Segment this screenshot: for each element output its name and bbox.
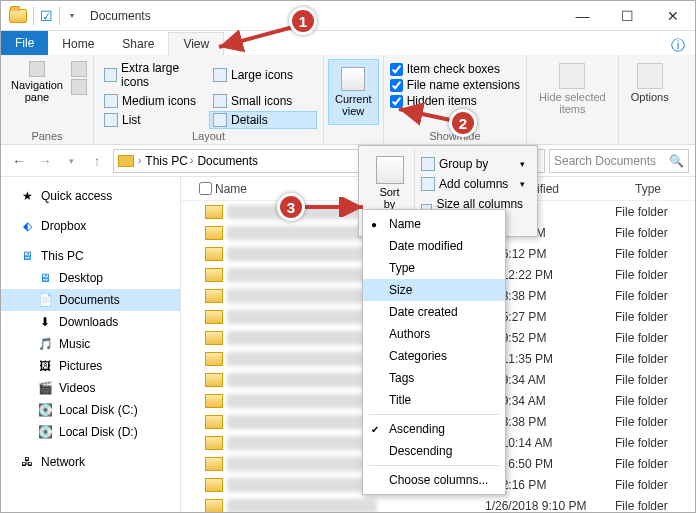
group-by-item[interactable]: Group by▾ [417, 154, 529, 174]
checkbox[interactable] [390, 63, 403, 76]
file-name-blurred [227, 394, 377, 408]
title-bar: ☑ ▾ Documents — ☐ ✕ [1, 1, 695, 31]
layout-list[interactable]: List [100, 111, 208, 129]
ribbon-group-panes: Navigation pane Panes [1, 55, 94, 144]
folder-icon [205, 331, 223, 345]
folder-icon [205, 247, 223, 261]
sort-choose-columns[interactable]: Choose columns... [363, 469, 505, 491]
current-view-icon [341, 67, 365, 91]
sidebar-quick-access[interactable]: ★Quick access [1, 185, 180, 207]
sidebar-downloads[interactable]: ⬇Downloads [1, 311, 180, 333]
nav-arrows: ← → ▾ ↑ [7, 149, 109, 173]
file-type: File folder [615, 394, 695, 408]
sort-size[interactable]: Size [363, 279, 505, 301]
file-type: File folder [615, 499, 695, 513]
breadcrumb-documents[interactable]: Documents [197, 154, 258, 168]
sidebar-pictures[interactable]: 🖼Pictures [1, 355, 180, 377]
chevron-right-icon[interactable]: › [138, 155, 141, 166]
up-button[interactable]: ↑ [85, 149, 109, 173]
annotation-arrow-1 [211, 25, 301, 55]
search-box[interactable]: Search Documents 🔍 [549, 149, 689, 173]
svg-line-1 [399, 109, 455, 121]
sidebar-desktop[interactable]: 🖥Desktop [1, 267, 180, 289]
tab-share[interactable]: Share [108, 33, 168, 55]
tab-home[interactable]: Home [48, 33, 108, 55]
help-icon[interactable]: ⓘ [671, 37, 695, 55]
file-name-blurred [227, 226, 377, 240]
sort-type[interactable]: Type [363, 257, 505, 279]
file-name-blurred [227, 436, 377, 450]
sidebar-videos[interactable]: 🎬Videos [1, 377, 180, 399]
breadcrumb-this-pc[interactable]: This PC› [145, 154, 193, 168]
sort-date-created[interactable]: Date created [363, 301, 505, 323]
sidebar-disk-d[interactable]: 💽Local Disk (D:) [1, 421, 180, 443]
videos-icon: 🎬 [37, 380, 53, 396]
disk-icon: 💽 [37, 402, 53, 418]
file-name-blurred [227, 331, 377, 345]
check-file-name-ext[interactable]: File name extensions [390, 77, 520, 93]
minimize-button[interactable]: — [560, 1, 605, 31]
maximize-button[interactable]: ☐ [605, 1, 650, 31]
navigation-pane-button[interactable]: Navigation pane [7, 59, 67, 105]
options-button[interactable]: Options [625, 59, 675, 107]
annotation-callout-3: 3 [277, 193, 305, 221]
sort-name[interactable]: ●Name [363, 213, 505, 235]
sort-descending[interactable]: Descending [363, 440, 505, 462]
separator [59, 7, 60, 25]
sort-categories[interactable]: Categories [363, 345, 505, 367]
ribbon-group-current-view: Current view [324, 55, 384, 144]
disk-icon: 💽 [37, 424, 53, 440]
icon [213, 94, 227, 108]
file-name-blurred [227, 352, 377, 366]
header-checkbox[interactable] [191, 182, 207, 195]
layout-medium[interactable]: Medium icons [100, 92, 208, 110]
file-name-blurred [227, 268, 377, 282]
file-name-blurred [227, 247, 377, 261]
sidebar-this-pc[interactable]: 🖥This PC [1, 245, 180, 267]
properties-icon[interactable]: ☑ [40, 8, 53, 24]
folder-icon [205, 352, 223, 366]
back-button[interactable]: ← [7, 149, 31, 173]
sidebar-music[interactable]: 🎵Music [1, 333, 180, 355]
sidebar-documents[interactable]: 📄Documents [1, 289, 180, 311]
sort-authors[interactable]: Authors [363, 323, 505, 345]
icon [213, 68, 227, 82]
checkbox[interactable] [390, 79, 403, 92]
details-pane-icon[interactable] [71, 79, 87, 95]
ribbon-group-hide: Hide selected items [527, 55, 619, 144]
ribbon-group-layout: Extra large icons Large icons Medium ico… [94, 55, 324, 144]
layout-details[interactable]: Details [209, 111, 317, 129]
file-type: File folder [615, 268, 695, 282]
window-controls: — ☐ ✕ [560, 1, 695, 31]
annotation-callout-2: 2 [449, 109, 477, 137]
sidebar-dropbox[interactable]: ⬖Dropbox [1, 215, 180, 237]
sort-date-modified[interactable]: Date modified [363, 235, 505, 257]
desktop-icon: 🖥 [37, 270, 53, 286]
file-type: File folder [615, 289, 695, 303]
preview-pane-icon[interactable] [71, 61, 87, 77]
sort-ascending[interactable]: ✔Ascending [363, 418, 505, 440]
separator [33, 7, 34, 25]
history-dropdown[interactable]: ▾ [59, 149, 83, 173]
dropbox-icon: ⬖ [19, 218, 35, 234]
file-type: File folder [615, 436, 695, 450]
sidebar-network[interactable]: 🖧Network [1, 451, 180, 473]
table-row[interactable]: 1/26/2018 9:10 PMFile folder [181, 495, 695, 513]
current-view-button[interactable]: Current view [328, 59, 379, 125]
nav-pane-icon [29, 61, 45, 77]
add-columns-item[interactable]: Add columns▾ [417, 174, 529, 194]
layout-extra-large[interactable]: Extra large icons [100, 59, 208, 91]
sort-tags[interactable]: Tags [363, 367, 505, 389]
file-type: File folder [615, 415, 695, 429]
forward-button[interactable]: → [33, 149, 57, 173]
header-type[interactable]: Type [627, 182, 669, 196]
tab-file[interactable]: File [1, 31, 48, 55]
qat-dropdown-icon[interactable]: ▾ [66, 9, 78, 22]
layout-large[interactable]: Large icons [209, 59, 317, 91]
layout-small[interactable]: Small icons [209, 92, 317, 110]
current-view-label: Current view [335, 93, 372, 117]
check-item-check-boxes[interactable]: Item check boxes [390, 61, 520, 77]
sort-title[interactable]: Title [363, 389, 505, 411]
sidebar-disk-c[interactable]: 💽Local Disk (C:) [1, 399, 180, 421]
close-button[interactable]: ✕ [650, 1, 695, 31]
